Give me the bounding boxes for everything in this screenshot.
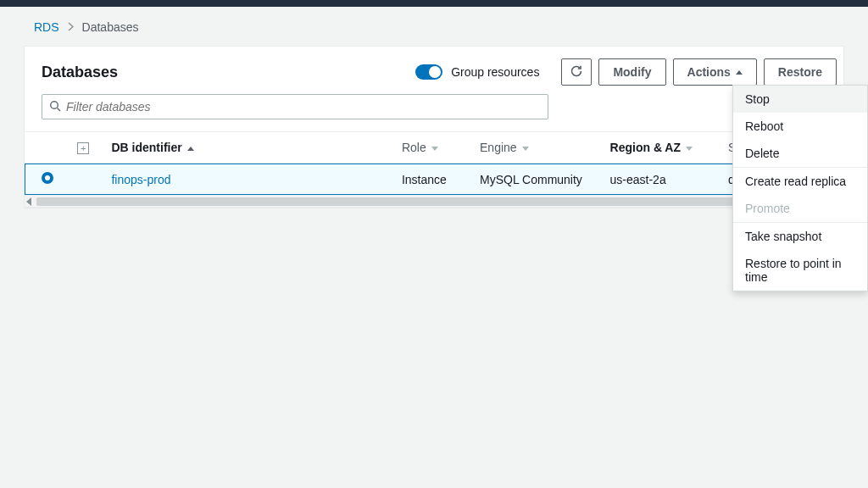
column-header-id-label: DB identifier	[111, 141, 181, 154]
filter-dropdown-icon	[686, 147, 693, 151]
refresh-button[interactable]	[561, 58, 592, 86]
menu-item-promote: Promote	[733, 195, 867, 222]
breadcrumb: RDS Databases	[24, 17, 844, 46]
breadcrumb-root[interactable]: RDS	[34, 20, 59, 34]
column-header-region[interactable]: Region & AZ	[604, 132, 721, 164]
db-id-link[interactable]: finops-prod	[111, 173, 170, 186]
scrollbar-thumb[interactable]	[36, 197, 842, 206]
column-header-select	[25, 132, 70, 164]
group-resources-toggle[interactable]: Group resources	[415, 64, 539, 80]
column-header-role-label: Role	[402, 141, 426, 154]
actions-button-label: Actions	[687, 65, 731, 79]
scroll-left-icon	[26, 197, 31, 206]
actions-dropdown-menu: Stop Reboot Delete Create read replica P…	[732, 85, 868, 291]
row-radio[interactable]	[42, 172, 53, 184]
cell-engine: MySQL Community	[473, 164, 604, 196]
svg-line-1	[58, 108, 61, 111]
top-nav-bar	[0, 0, 868, 7]
column-header-engine-label: Engine	[480, 141, 517, 154]
column-header-engine[interactable]: Engine	[473, 132, 604, 164]
databases-table: + DB identifier Role Engine Region & AZ …	[25, 131, 843, 207]
cell-role: Instance	[395, 164, 473, 196]
menu-item-stop[interactable]: Stop	[733, 86, 867, 113]
breadcrumb-current: Databases	[82, 20, 139, 34]
toggle-switch-icon	[415, 64, 442, 80]
modify-button[interactable]: Modify	[598, 58, 665, 86]
column-header-region-label: Region & AZ	[610, 141, 681, 154]
triangle-up-icon	[736, 70, 743, 75]
databases-panel: Databases Group resources Modify Actions…	[24, 46, 844, 208]
filter-dropdown-icon	[522, 147, 529, 151]
filter-input-wrapper[interactable]	[42, 94, 548, 119]
group-resources-label: Group resources	[451, 65, 539, 79]
menu-item-delete[interactable]: Delete	[733, 140, 867, 167]
menu-item-restore-pit[interactable]: Restore to point in time	[733, 250, 867, 291]
refresh-icon	[570, 64, 583, 80]
column-header-role[interactable]: Role	[395, 132, 473, 164]
menu-item-reboot[interactable]: Reboot	[733, 113, 867, 140]
restore-button[interactable]: Restore	[764, 58, 837, 86]
filter-input[interactable]	[66, 100, 541, 114]
expand-all-icon: +	[77, 142, 89, 154]
menu-item-take-snapshot[interactable]: Take snapshot	[733, 223, 867, 250]
svg-point-0	[51, 101, 58, 108]
page-title: Databases	[42, 64, 118, 81]
column-header-id[interactable]: DB identifier	[104, 132, 394, 164]
horizontal-scrollbar[interactable]	[25, 195, 843, 207]
menu-item-create-read-replica[interactable]: Create read replica	[733, 168, 867, 195]
table-row[interactable]: finops-prod Instance MySQL Community us-…	[25, 164, 843, 196]
sort-asc-icon	[187, 147, 194, 151]
actions-button[interactable]: Actions	[673, 58, 757, 86]
cell-region: us-east-2a	[604, 164, 721, 196]
search-icon	[49, 100, 66, 114]
column-header-expand[interactable]: +	[70, 132, 104, 164]
filter-dropdown-icon	[431, 147, 438, 151]
chevron-right-icon	[68, 20, 74, 34]
